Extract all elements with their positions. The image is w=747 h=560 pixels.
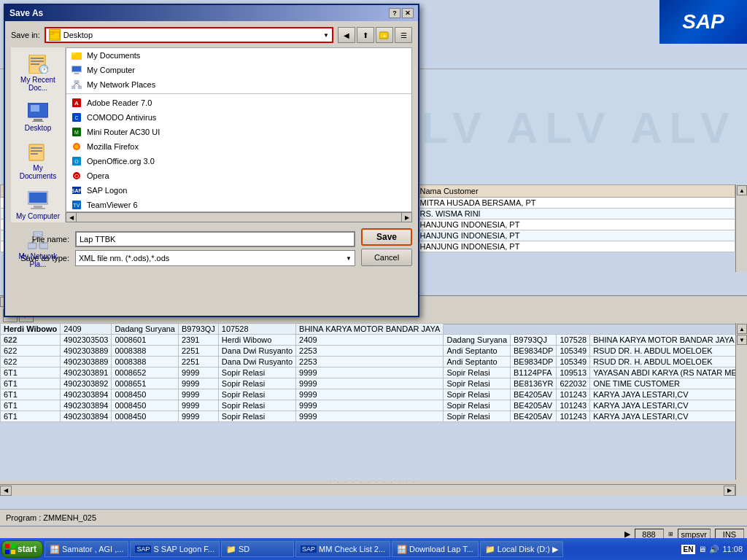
save-in-label: Save in:	[11, 31, 40, 39]
main-table-scrollbar[interactable]: ▲ ▼	[735, 323, 747, 496]
nav-my-computer[interactable]: My Computer	[15, 188, 62, 222]
svg-rect-5	[31, 58, 44, 59]
taskbar-dl-icon: 🪟	[397, 545, 407, 554]
svg-rect-33	[74, 80, 79, 83]
dialog-title: Save As	[9, 8, 43, 18]
nav-desktop[interactable]: Desktop	[15, 100, 62, 134]
table-row: Herdi Wibowo 2409Dadang SuryanaB9793QJ10…	[1, 324, 736, 335]
file-name-input[interactable]	[75, 231, 355, 247]
dialog-toolbar: ◀ ⬆ + ☰	[338, 27, 412, 43]
dropdown-comodo[interactable]: C COMODO Antivirus	[66, 110, 411, 125]
taskbar-localdisk[interactable]: 📁 Local Disk (D:) ▶	[480, 541, 563, 557]
svg-text:TV: TV	[74, 203, 80, 208]
file-list-panel: My Documents My Computer My Network Plac…	[66, 47, 412, 212]
dropdown-scroll-right[interactable]: ▶	[401, 213, 411, 222]
scroll-up-btn[interactable]: ▲	[737, 185, 747, 195]
clock: 11:08	[722, 545, 743, 553]
dropdown-adobe[interactable]: A Adobe Reader 7.0	[66, 96, 411, 110]
hscroll-right2[interactable]: ▶	[724, 486, 735, 496]
bottom-h-scrollbar[interactable]: ◀ ▶	[0, 484, 735, 496]
table-row: 6T1490230389200086519999Sopir Relasi9999…	[1, 378, 736, 389]
svg-rect-15	[31, 147, 42, 149]
nav-recent-docs[interactable]: 🕐 My Recent Doc...	[15, 52, 62, 94]
dropdown-my-computer[interactable]: My Computer	[66, 63, 411, 77]
svg-line-25	[32, 237, 38, 243]
dropdown-hscrollbar[interactable]: ◀ ▶	[66, 212, 412, 222]
desktop-icon	[26, 102, 50, 122]
svg-line-36	[74, 83, 77, 86]
my-documents-icon	[26, 142, 50, 163]
status-expand[interactable]: ⊞	[668, 531, 673, 537]
taskbar-disk-label: Local Disk (D:) ▶	[498, 545, 558, 554]
sap-logon-icon: SAP	[71, 184, 82, 196]
table-row: 6T1490230389400084509999Sopir Relasi9999…	[1, 389, 736, 400]
dropdown-my-documents[interactable]: My Documents	[66, 48, 411, 63]
titlebar-buttons: ? ✕	[389, 8, 414, 18]
svg-rect-63	[11, 544, 15, 548]
adobe-icon: A	[71, 97, 82, 109]
svg-point-45	[74, 144, 79, 149]
my-documents-label: My Documents	[15, 164, 62, 180]
taskbar-mmchecklist[interactable]: SAP MM Check List 2...	[295, 541, 390, 557]
svg-text:O: O	[74, 159, 79, 164]
new-folder-btn[interactable]: +	[376, 27, 393, 43]
svg-rect-32	[73, 74, 80, 75]
back-btn[interactable]: ◀	[338, 27, 355, 43]
dialog-buttons: Save Cancel	[361, 228, 412, 266]
taskbar-sap-label: S SAP Logon F...	[153, 545, 214, 553]
taskbar-download[interactable]: 🪟 Download Lap T...	[392, 541, 479, 557]
dropdown-sap-logon[interactable]: SAP SAP Logon	[66, 183, 411, 198]
dropdown-opera[interactable]: O Opera	[66, 168, 411, 183]
svg-rect-13	[32, 121, 44, 122]
nav-network[interactable]: My Network Pla...	[15, 228, 62, 271]
taskbar-sd[interactable]: 📁 SD	[221, 541, 294, 557]
save-in-combo[interactable]: Desktop ▼	[44, 27, 333, 43]
dropdown-network[interactable]: My Network Places	[66, 77, 411, 92]
my-computer-label: My Computer	[15, 212, 62, 220]
main-scroll-up[interactable]: ▲	[737, 324, 747, 334]
svg-rect-6	[31, 61, 44, 62]
taskbar-samator[interactable]: 🪟 Samator , AGI ,...	[44, 541, 128, 557]
main-table-container: Herdi Wibowo 2409Dadang SuryanaB9793QJ10…	[0, 323, 735, 496]
svg-rect-17	[31, 153, 38, 155]
minirouter-icon: M	[71, 126, 82, 138]
taskbar-samator-icon: 🪟	[50, 545, 60, 554]
svg-text:SAP: SAP	[71, 188, 82, 193]
taskbar-sap-icon: SAP	[135, 545, 151, 553]
save-button[interactable]: Save	[361, 228, 412, 246]
dropdown-teamviewer[interactable]: TV TeamViewer 6	[66, 198, 411, 212]
svg-rect-14	[29, 144, 44, 160]
start-button[interactable]: start	[1, 540, 43, 558]
main-scroll-down[interactable]: ▼	[737, 335, 747, 345]
sap-logo: SAP	[659, 0, 747, 44]
filename-row: File name: Save as type: XML file nm. (*…	[11, 228, 412, 266]
close-btn[interactable]: ✕	[402, 8, 414, 18]
recent-docs-label: My Recent Doc...	[15, 76, 62, 92]
svg-text:A: A	[74, 100, 79, 106]
dropdown-scroll-left[interactable]: ◀	[66, 213, 77, 222]
table-scrollbar[interactable]: ▲	[735, 184, 747, 272]
svg-rect-35	[78, 86, 82, 89]
program-bar: Program : ZMMENH_025	[0, 509, 747, 525]
taskbar-samator-label: Samator , AGI ,...	[62, 545, 123, 553]
taskbar-sap-logon[interactable]: SAP S SAP Logon F...	[130, 541, 220, 557]
dropdown-firefox[interactable]: Mozilla Firefox	[66, 139, 411, 154]
nav-my-documents[interactable]: My Documents	[15, 140, 62, 182]
taskbar-sd-label: SD	[239, 545, 249, 553]
svg-rect-28	[71, 52, 76, 55]
dropdown-minirouter[interactable]: M Mini Router AC30 UI	[66, 125, 411, 139]
up-btn[interactable]: ⬆	[357, 27, 374, 43]
taskbar-dl-label: Download Lap T...	[409, 545, 473, 553]
svg-rect-1	[50, 32, 54, 34]
svg-rect-24	[39, 243, 48, 249]
file-type-combo[interactable]: XML file nm. (*.ods),*.ods ▼	[75, 250, 355, 266]
svg-rect-16	[31, 150, 42, 152]
cancel-button[interactable]: Cancel	[361, 249, 412, 266]
help-btn[interactable]: ?	[389, 8, 400, 18]
my-computer-icon	[26, 190, 50, 211]
dropdown-openoffice[interactable]: O OpenOffice.org 3.0	[66, 154, 411, 168]
svg-rect-11	[31, 105, 39, 112]
view-btn[interactable]: ☰	[395, 27, 412, 43]
svg-rect-22	[34, 231, 42, 237]
hscroll-left2[interactable]: ◀	[0, 486, 12, 496]
